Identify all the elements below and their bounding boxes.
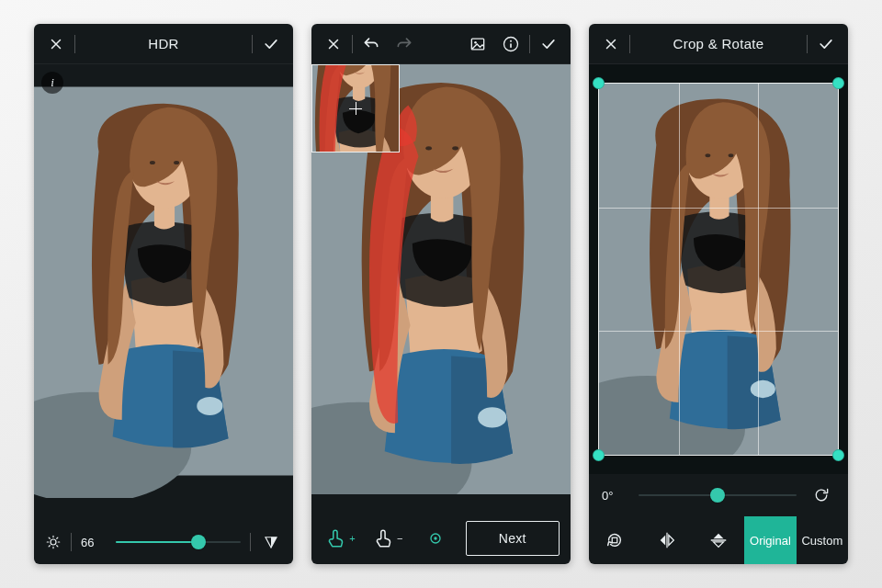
close-icon[interactable] (317, 24, 350, 64)
reset-icon[interactable] (808, 486, 835, 504)
brightness-icon (45, 534, 62, 550)
brightness-value: 66 (81, 536, 107, 549)
rotate-row: 0° (589, 474, 848, 516)
portrait-image (34, 64, 293, 498)
crop-grid[interactable] (598, 83, 839, 456)
divider (74, 35, 75, 53)
divider (71, 533, 72, 551)
divider (629, 35, 630, 53)
magnifier-preview (311, 64, 400, 153)
brush-size-icon[interactable] (418, 520, 453, 557)
divider (250, 533, 251, 551)
rotate-slider[interactable] (639, 484, 797, 506)
rotate-degree: 0° (602, 489, 628, 503)
crop-handle-br[interactable] (832, 449, 844, 461)
slider-fill (116, 541, 198, 543)
crop-handle-bl[interactable] (593, 449, 605, 461)
screen-hdr: HDR i 66 (34, 24, 293, 564)
crop-handle-tl[interactable] (593, 77, 605, 89)
divider (529, 35, 530, 53)
brush-remove-icon[interactable]: − (370, 520, 405, 557)
brush-toolbar: + − Next (311, 513, 571, 564)
flip-horizontal-icon[interactable] (640, 516, 692, 564)
mode-label: Original (750, 534, 791, 548)
flip-vertical-icon[interactable] (693, 516, 744, 564)
mode-label: Custom (801, 534, 842, 548)
topbar: HDR (34, 24, 293, 64)
undo-icon[interactable] (355, 24, 388, 64)
checkmark-icon[interactable] (809, 24, 842, 64)
mode-custom-button[interactable]: Custom (797, 516, 848, 564)
redo-icon[interactable] (388, 24, 421, 64)
brightness-slider[interactable] (116, 531, 241, 553)
close-icon[interactable] (40, 24, 73, 64)
invert-triangle-icon[interactable] (260, 531, 282, 553)
info-icon[interactable]: i (41, 72, 63, 94)
screen-crop: Crop & Rotate 0° (589, 24, 848, 564)
crop-handle-tr[interactable] (832, 77, 844, 89)
mode-original-button[interactable]: Original (744, 516, 796, 564)
divider (807, 35, 808, 53)
topbar (311, 24, 571, 64)
brush-add-icon[interactable]: + (322, 520, 357, 557)
screen-brush: + − Next (311, 24, 571, 564)
next-button[interactable]: Next (466, 521, 560, 556)
close-icon[interactable] (594, 24, 628, 64)
photo-canvas[interactable] (311, 64, 571, 494)
image-icon[interactable] (461, 24, 494, 64)
screen-title: HDR (77, 36, 250, 51)
next-label: Next (499, 531, 526, 546)
slider-knob[interactable] (191, 535, 206, 549)
divider (252, 35, 253, 53)
crop-mode-row: Original Custom (589, 516, 848, 564)
crop-canvas[interactable] (589, 64, 848, 474)
rotate-icon[interactable] (589, 516, 640, 564)
brightness-row: 66 (34, 520, 293, 564)
screen-title: Crop & Rotate (632, 36, 805, 51)
checkmark-icon[interactable] (532, 24, 565, 64)
topbar: Crop & Rotate (589, 24, 848, 64)
divider (352, 35, 353, 53)
info-icon[interactable] (494, 24, 527, 64)
photo-canvas[interactable]: i (34, 64, 293, 498)
checkmark-icon[interactable] (254, 24, 288, 64)
slider-knob[interactable] (710, 488, 725, 503)
